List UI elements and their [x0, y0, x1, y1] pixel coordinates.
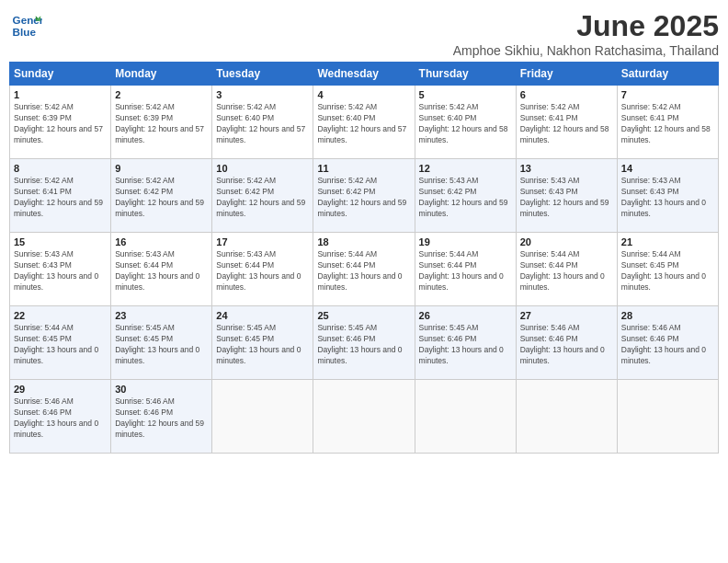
- calendar-cell: 17 Sunrise: 5:43 AM Sunset: 6:44 PM Dayl…: [212, 233, 313, 306]
- day-number: 20: [520, 236, 613, 247]
- day-number: 22: [14, 310, 107, 321]
- day-number: 9: [115, 163, 208, 174]
- calendar-cell: 1 Sunrise: 5:42 AM Sunset: 6:39 PM Dayli…: [10, 86, 111, 159]
- day-info: Sunrise: 5:45 AM Sunset: 6:45 PM Dayligh…: [115, 323, 208, 367]
- calendar-cell: 16 Sunrise: 5:43 AM Sunset: 6:44 PM Dayl…: [111, 233, 212, 306]
- calendar-cell: 10 Sunrise: 5:42 AM Sunset: 6:42 PM Dayl…: [212, 159, 313, 233]
- calendar-cell: 4 Sunrise: 5:42 AM Sunset: 6:40 PM Dayli…: [313, 86, 415, 159]
- calendar-cell: [617, 380, 718, 454]
- calendar-cell: [516, 380, 617, 454]
- calendar-cell: 3 Sunrise: 5:42 AM Sunset: 6:40 PM Dayli…: [212, 86, 313, 159]
- col-header-saturday: Saturday: [617, 63, 718, 86]
- day-info: Sunrise: 5:44 AM Sunset: 6:44 PM Dayligh…: [520, 249, 613, 293]
- day-info: Sunrise: 5:45 AM Sunset: 6:46 PM Dayligh…: [419, 323, 512, 367]
- day-info: Sunrise: 5:42 AM Sunset: 6:40 PM Dayligh…: [317, 102, 410, 146]
- day-info: Sunrise: 5:43 AM Sunset: 6:42 PM Dayligh…: [419, 176, 512, 220]
- day-number: 27: [520, 310, 613, 321]
- day-number: 25: [317, 310, 410, 321]
- calendar-cell: 30 Sunrise: 5:46 AM Sunset: 6:46 PM Dayl…: [111, 380, 212, 454]
- calendar-cell: 20 Sunrise: 5:44 AM Sunset: 6:44 PM Dayl…: [516, 233, 617, 306]
- day-info: Sunrise: 5:44 AM Sunset: 6:44 PM Dayligh…: [317, 249, 410, 293]
- day-number: 18: [317, 236, 410, 247]
- day-number: 14: [621, 163, 714, 174]
- week-row-3: 15 Sunrise: 5:43 AM Sunset: 6:43 PM Dayl…: [10, 233, 719, 306]
- calendar-cell: 13 Sunrise: 5:43 AM Sunset: 6:43 PM Dayl…: [516, 159, 617, 233]
- day-info: Sunrise: 5:43 AM Sunset: 6:43 PM Dayligh…: [520, 176, 613, 220]
- day-number: 4: [317, 89, 410, 100]
- day-info: Sunrise: 5:42 AM Sunset: 6:41 PM Dayligh…: [520, 102, 613, 146]
- day-info: Sunrise: 5:46 AM Sunset: 6:46 PM Dayligh…: [115, 396, 208, 441]
- day-number: 13: [520, 163, 613, 174]
- day-info: Sunrise: 5:43 AM Sunset: 6:44 PM Dayligh…: [115, 249, 208, 293]
- day-info: Sunrise: 5:43 AM Sunset: 6:43 PM Dayligh…: [621, 176, 714, 220]
- day-info: Sunrise: 5:42 AM Sunset: 6:42 PM Dayligh…: [115, 176, 208, 220]
- day-info: Sunrise: 5:44 AM Sunset: 6:45 PM Dayligh…: [621, 249, 714, 293]
- calendar-cell: 8 Sunrise: 5:42 AM Sunset: 6:41 PM Dayli…: [10, 159, 111, 233]
- week-row-1: 1 Sunrise: 5:42 AM Sunset: 6:39 PM Dayli…: [10, 86, 719, 159]
- day-number: 17: [216, 236, 309, 247]
- calendar-table: SundayMondayTuesdayWednesdayThursdayFrid…: [9, 62, 719, 454]
- day-number: 30: [115, 384, 208, 395]
- calendar-cell: 19 Sunrise: 5:44 AM Sunset: 6:44 PM Dayl…: [415, 233, 516, 306]
- day-info: Sunrise: 5:42 AM Sunset: 6:42 PM Dayligh…: [317, 176, 410, 220]
- day-info: Sunrise: 5:45 AM Sunset: 6:46 PM Dayligh…: [317, 323, 410, 367]
- day-number: 26: [419, 310, 512, 321]
- day-info: Sunrise: 5:42 AM Sunset: 6:42 PM Dayligh…: [216, 176, 309, 220]
- day-info: Sunrise: 5:42 AM Sunset: 6:41 PM Dayligh…: [621, 102, 714, 146]
- main-title: June 2025: [453, 9, 719, 43]
- day-number: 23: [115, 310, 208, 321]
- day-info: Sunrise: 5:44 AM Sunset: 6:45 PM Dayligh…: [14, 323, 107, 367]
- col-header-tuesday: Tuesday: [212, 63, 313, 86]
- calendar-cell: 2 Sunrise: 5:42 AM Sunset: 6:39 PM Dayli…: [111, 86, 212, 159]
- day-info: Sunrise: 5:45 AM Sunset: 6:45 PM Dayligh…: [216, 323, 309, 367]
- day-number: 16: [115, 236, 208, 247]
- calendar-cell: 9 Sunrise: 5:42 AM Sunset: 6:42 PM Dayli…: [111, 159, 212, 233]
- week-row-2: 8 Sunrise: 5:42 AM Sunset: 6:41 PM Dayli…: [10, 159, 719, 233]
- day-number: 2: [115, 89, 208, 100]
- calendar-cell: 27 Sunrise: 5:46 AM Sunset: 6:46 PM Dayl…: [516, 306, 617, 380]
- calendar-cell: 14 Sunrise: 5:43 AM Sunset: 6:43 PM Dayl…: [617, 159, 718, 233]
- day-info: Sunrise: 5:42 AM Sunset: 6:40 PM Dayligh…: [216, 102, 309, 146]
- calendar-cell: 29 Sunrise: 5:46 AM Sunset: 6:46 PM Dayl…: [10, 380, 111, 454]
- col-header-thursday: Thursday: [415, 63, 516, 86]
- subtitle: Amphoe Sikhiu, Nakhon Ratchasima, Thaila…: [453, 43, 719, 58]
- day-number: 24: [216, 310, 309, 321]
- day-number: 15: [14, 236, 107, 247]
- day-info: Sunrise: 5:43 AM Sunset: 6:44 PM Dayligh…: [216, 249, 309, 293]
- day-info: Sunrise: 5:43 AM Sunset: 6:43 PM Dayligh…: [14, 249, 107, 293]
- calendar-cell: 23 Sunrise: 5:45 AM Sunset: 6:45 PM Dayl…: [111, 306, 212, 380]
- calendar-cell: 21 Sunrise: 5:44 AM Sunset: 6:45 PM Dayl…: [617, 233, 718, 306]
- day-number: 5: [419, 89, 512, 100]
- day-number: 3: [216, 89, 309, 100]
- day-number: 7: [621, 89, 714, 100]
- title-block: June 2025 Amphoe Sikhiu, Nakhon Ratchasi…: [453, 9, 719, 58]
- col-header-sunday: Sunday: [10, 63, 111, 86]
- calendar-cell: 6 Sunrise: 5:42 AM Sunset: 6:41 PM Dayli…: [516, 86, 617, 159]
- day-info: Sunrise: 5:42 AM Sunset: 6:39 PM Dayligh…: [115, 102, 208, 146]
- day-number: 12: [419, 163, 512, 174]
- logo-icon: General Blue: [9, 9, 42, 42]
- calendar-cell: 18 Sunrise: 5:44 AM Sunset: 6:44 PM Dayl…: [313, 233, 415, 306]
- day-info: Sunrise: 5:46 AM Sunset: 6:46 PM Dayligh…: [14, 396, 107, 441]
- logo: General Blue: [9, 9, 42, 42]
- day-number: 19: [419, 236, 512, 247]
- calendar-cell: 28 Sunrise: 5:46 AM Sunset: 6:46 PM Dayl…: [617, 306, 718, 380]
- day-info: Sunrise: 5:46 AM Sunset: 6:46 PM Dayligh…: [621, 323, 714, 367]
- week-row-5: 29 Sunrise: 5:46 AM Sunset: 6:46 PM Dayl…: [10, 380, 719, 454]
- week-row-4: 22 Sunrise: 5:44 AM Sunset: 6:45 PM Dayl…: [10, 306, 719, 380]
- col-header-friday: Friday: [516, 63, 617, 86]
- calendar-cell: 25 Sunrise: 5:45 AM Sunset: 6:46 PM Dayl…: [313, 306, 415, 380]
- calendar-cell: 11 Sunrise: 5:42 AM Sunset: 6:42 PM Dayl…: [313, 159, 415, 233]
- col-header-monday: Monday: [111, 63, 212, 86]
- calendar-cell: 15 Sunrise: 5:43 AM Sunset: 6:43 PM Dayl…: [10, 233, 111, 306]
- day-number: 6: [520, 89, 613, 100]
- day-info: Sunrise: 5:44 AM Sunset: 6:44 PM Dayligh…: [419, 249, 512, 293]
- calendar-cell: [415, 380, 516, 454]
- day-number: 21: [621, 236, 714, 247]
- calendar-cell: 24 Sunrise: 5:45 AM Sunset: 6:45 PM Dayl…: [212, 306, 313, 380]
- header-row: SundayMondayTuesdayWednesdayThursdayFrid…: [10, 63, 719, 86]
- svg-text:Blue: Blue: [13, 26, 37, 38]
- calendar-cell: 26 Sunrise: 5:45 AM Sunset: 6:46 PM Dayl…: [415, 306, 516, 380]
- day-number: 29: [14, 384, 107, 395]
- day-number: 28: [621, 310, 714, 321]
